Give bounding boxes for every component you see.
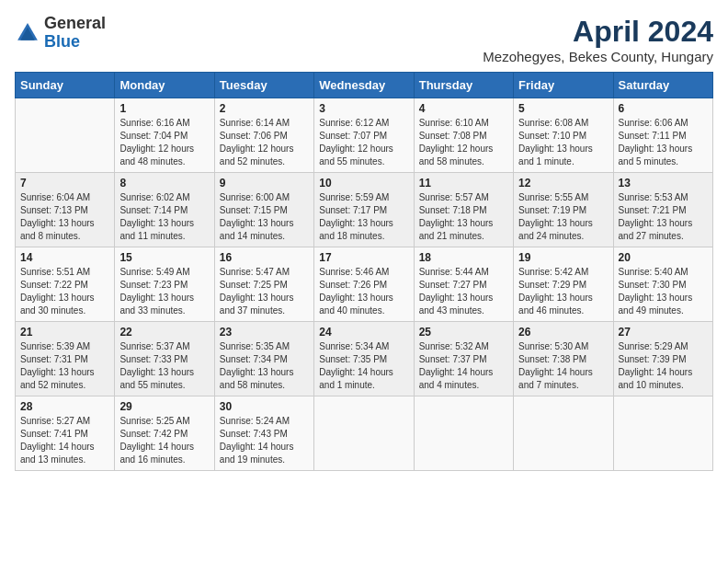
day-number: 22 (119, 326, 209, 339)
day-info: Sunrise: 5:32 AM Sunset: 7:37 PM Dayligh… (419, 340, 508, 392)
weekday-header: Monday (115, 73, 214, 98)
day-number: 23 (220, 326, 309, 339)
calendar-cell (16, 98, 115, 173)
calendar-cell: 16Sunrise: 5:47 AM Sunset: 7:25 PM Dayli… (214, 247, 313, 322)
day-number: 19 (518, 251, 608, 264)
calendar-cell: 18Sunrise: 5:44 AM Sunset: 7:27 PM Dayli… (414, 247, 513, 322)
day-info: Sunrise: 5:39 AM Sunset: 7:31 PM Dayligh… (20, 340, 109, 392)
day-info: Sunrise: 5:44 AM Sunset: 7:27 PM Dayligh… (419, 266, 508, 317)
subtitle: Mezohegyes, Bekes County, Hungary (483, 49, 713, 64)
day-info: Sunrise: 5:46 AM Sunset: 7:26 PM Dayligh… (319, 266, 408, 317)
weekday-header: Sunday (16, 73, 115, 98)
day-number: 14 (20, 251, 109, 264)
day-number: 5 (518, 102, 608, 115)
day-number: 30 (220, 400, 309, 413)
day-info: Sunrise: 6:00 AM Sunset: 7:15 PM Dayligh… (220, 191, 309, 243)
day-number: 7 (20, 177, 109, 190)
day-number: 27 (619, 326, 708, 339)
calendar-cell: 9Sunrise: 6:00 AM Sunset: 7:15 PM Daylig… (214, 173, 313, 247)
day-info: Sunrise: 5:37 AM Sunset: 7:33 PM Dayligh… (119, 340, 209, 392)
calendar-cell: 29Sunrise: 5:25 AM Sunset: 7:42 PM Dayli… (115, 396, 214, 471)
calendar-cell: 13Sunrise: 5:53 AM Sunset: 7:21 PM Dayli… (613, 173, 712, 247)
calendar-week-row: 7Sunrise: 6:04 AM Sunset: 7:13 PM Daylig… (16, 173, 713, 247)
weekday-header: Tuesday (214, 73, 313, 98)
calendar-cell: 19Sunrise: 5:42 AM Sunset: 7:29 PM Dayli… (514, 247, 613, 322)
day-info: Sunrise: 5:35 AM Sunset: 7:34 PM Dayligh… (220, 340, 309, 392)
day-number: 11 (419, 177, 508, 190)
logo: General Blue (15, 15, 106, 52)
day-info: Sunrise: 5:55 AM Sunset: 7:19 PM Dayligh… (518, 191, 608, 243)
calendar-cell: 14Sunrise: 5:51 AM Sunset: 7:22 PM Dayli… (16, 247, 115, 322)
logo-text: General Blue (44, 15, 106, 52)
weekday-header-row: SundayMondayTuesdayWednesdayThursdayFrid… (16, 73, 713, 98)
day-number: 29 (119, 400, 209, 413)
calendar-cell: 4Sunrise: 6:10 AM Sunset: 7:08 PM Daylig… (414, 98, 513, 173)
day-info: Sunrise: 5:47 AM Sunset: 7:25 PM Dayligh… (220, 266, 309, 317)
main-title: April 2024 (483, 15, 713, 49)
calendar-cell: 6Sunrise: 6:06 AM Sunset: 7:11 PM Daylig… (613, 98, 712, 173)
day-info: Sunrise: 6:10 AM Sunset: 7:08 PM Dayligh… (419, 117, 508, 168)
day-info: Sunrise: 6:12 AM Sunset: 7:07 PM Dayligh… (319, 117, 408, 168)
calendar-cell: 21Sunrise: 5:39 AM Sunset: 7:31 PM Dayli… (16, 322, 115, 396)
day-number: 3 (319, 102, 408, 115)
logo-blue: Blue (44, 32, 80, 51)
day-info: Sunrise: 5:40 AM Sunset: 7:30 PM Dayligh… (619, 266, 708, 317)
calendar-cell (613, 396, 712, 471)
day-number: 21 (20, 326, 109, 339)
calendar-cell: 20Sunrise: 5:40 AM Sunset: 7:30 PM Dayli… (613, 247, 712, 322)
day-info: Sunrise: 5:53 AM Sunset: 7:21 PM Dayligh… (619, 191, 708, 243)
calendar-week-row: 28Sunrise: 5:27 AM Sunset: 7:41 PM Dayli… (16, 396, 713, 471)
day-info: Sunrise: 6:02 AM Sunset: 7:14 PM Dayligh… (119, 191, 209, 243)
day-number: 20 (619, 251, 708, 264)
day-number: 4 (419, 102, 508, 115)
day-number: 16 (220, 251, 309, 264)
day-info: Sunrise: 6:08 AM Sunset: 7:10 PM Dayligh… (518, 117, 608, 168)
day-info: Sunrise: 6:06 AM Sunset: 7:11 PM Dayligh… (619, 117, 708, 168)
day-info: Sunrise: 5:25 AM Sunset: 7:42 PM Dayligh… (119, 415, 209, 466)
weekday-header: Thursday (414, 73, 513, 98)
day-number: 2 (220, 102, 309, 115)
day-number: 1 (119, 102, 209, 115)
weekday-header: Friday (514, 73, 613, 98)
day-info: Sunrise: 5:49 AM Sunset: 7:23 PM Dayligh… (119, 266, 209, 317)
calendar-cell (414, 396, 513, 471)
day-number: 18 (419, 251, 508, 264)
day-number: 10 (319, 177, 408, 190)
calendar-cell: 7Sunrise: 6:04 AM Sunset: 7:13 PM Daylig… (16, 173, 115, 247)
day-info: Sunrise: 5:59 AM Sunset: 7:17 PM Dayligh… (319, 191, 408, 243)
calendar-week-row: 14Sunrise: 5:51 AM Sunset: 7:22 PM Dayli… (16, 247, 713, 322)
calendar-cell: 28Sunrise: 5:27 AM Sunset: 7:41 PM Dayli… (16, 396, 115, 471)
calendar-cell: 2Sunrise: 6:14 AM Sunset: 7:06 PM Daylig… (214, 98, 313, 173)
day-info: Sunrise: 6:16 AM Sunset: 7:04 PM Dayligh… (119, 117, 209, 168)
calendar-cell: 12Sunrise: 5:55 AM Sunset: 7:19 PM Dayli… (514, 173, 613, 247)
day-number: 8 (119, 177, 209, 190)
day-number: 9 (220, 177, 309, 190)
day-info: Sunrise: 5:24 AM Sunset: 7:43 PM Dayligh… (220, 415, 309, 466)
day-number: 24 (319, 326, 408, 339)
day-info: Sunrise: 6:14 AM Sunset: 7:06 PM Dayligh… (220, 117, 309, 168)
calendar-cell: 5Sunrise: 6:08 AM Sunset: 7:10 PM Daylig… (514, 98, 613, 173)
day-info: Sunrise: 5:57 AM Sunset: 7:18 PM Dayligh… (419, 191, 508, 243)
page-header: General Blue April 2024 Mezohegyes, Beke… (15, 15, 713, 64)
calendar-cell (514, 396, 613, 471)
logo-general: General (44, 14, 106, 32)
calendar-cell: 17Sunrise: 5:46 AM Sunset: 7:26 PM Dayli… (314, 247, 414, 322)
calendar-week-row: 21Sunrise: 5:39 AM Sunset: 7:31 PM Dayli… (16, 322, 713, 396)
calendar-cell: 26Sunrise: 5:30 AM Sunset: 7:38 PM Dayli… (514, 322, 613, 396)
calendar-cell: 23Sunrise: 5:35 AM Sunset: 7:34 PM Dayli… (214, 322, 313, 396)
day-info: Sunrise: 5:30 AM Sunset: 7:38 PM Dayligh… (518, 340, 608, 392)
day-number: 15 (119, 251, 209, 264)
calendar-cell: 27Sunrise: 5:29 AM Sunset: 7:39 PM Dayli… (613, 322, 712, 396)
calendar-cell: 11Sunrise: 5:57 AM Sunset: 7:18 PM Dayli… (414, 173, 513, 247)
day-number: 25 (419, 326, 508, 339)
day-number: 28 (20, 400, 109, 413)
day-info: Sunrise: 5:51 AM Sunset: 7:22 PM Dayligh… (20, 266, 109, 317)
day-info: Sunrise: 5:42 AM Sunset: 7:29 PM Dayligh… (518, 266, 608, 317)
day-number: 6 (619, 102, 708, 115)
day-number: 17 (319, 251, 408, 264)
weekday-header: Wednesday (314, 73, 414, 98)
calendar-cell: 15Sunrise: 5:49 AM Sunset: 7:23 PM Dayli… (115, 247, 214, 322)
logo-icon (15, 20, 40, 46)
calendar-cell: 3Sunrise: 6:12 AM Sunset: 7:07 PM Daylig… (314, 98, 414, 173)
calendar-week-row: 1Sunrise: 6:16 AM Sunset: 7:04 PM Daylig… (16, 98, 713, 173)
